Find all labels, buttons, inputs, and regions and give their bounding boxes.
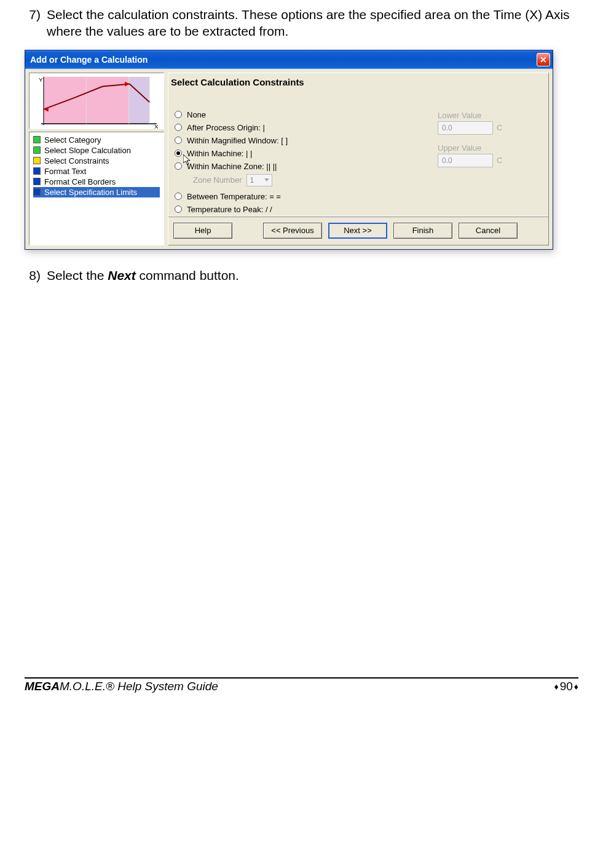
step-item-format-text[interactable]: Format Text bbox=[33, 166, 160, 177]
step-item-slope[interactable]: Select Slope Calculation bbox=[33, 145, 160, 156]
step-8-post: command button. bbox=[136, 268, 239, 282]
radio-icon bbox=[175, 137, 182, 144]
radio-between-temp[interactable]: Between Temperature: = = bbox=[175, 190, 419, 203]
footer-divider bbox=[25, 677, 578, 679]
step-7: 7) Select the calculation constraints. T… bbox=[25, 6, 578, 40]
svg-rect-2 bbox=[129, 76, 149, 123]
diamond-icon: ♦ bbox=[554, 682, 559, 691]
radio-label: Between Temperature: = = bbox=[187, 192, 281, 201]
panel-heading: Select Calculation Constraints bbox=[168, 73, 548, 105]
input-value: 0.0 bbox=[442, 124, 452, 132]
radio-temp-peak[interactable]: Temperature to Peak: / / bbox=[175, 203, 419, 216]
radio-after-origin[interactable]: After Process Origin: | bbox=[175, 121, 419, 134]
step-7-number: 7) bbox=[25, 6, 47, 40]
svg-text:Y: Y bbox=[39, 76, 43, 82]
next-button[interactable]: Next >> bbox=[328, 223, 387, 239]
constraint-radio-group: None After Process Origin: | Within Magn… bbox=[175, 108, 419, 216]
step-label: Format Text bbox=[44, 167, 86, 176]
step-8-bold: Next bbox=[108, 268, 136, 282]
step-8-text: Select the Next command button. bbox=[47, 267, 578, 284]
step-label: Format Cell Borders bbox=[44, 177, 116, 186]
brand-rest: M.O.L.E.® Help System Guide bbox=[60, 680, 218, 693]
help-button[interactable]: Help bbox=[173, 223, 232, 239]
radio-label: Within Magnified Window: [ ] bbox=[187, 136, 288, 145]
footer-page: ♦90♦ bbox=[554, 680, 578, 693]
radio-label: Within Machine: | | bbox=[187, 149, 252, 158]
window-title: Add or Change a Calculation bbox=[30, 55, 148, 65]
step-7-text: Select the calculation constraints. Thes… bbox=[47, 6, 578, 40]
zone-number-select[interactable]: 1 bbox=[246, 174, 272, 186]
close-icon: ✕ bbox=[540, 55, 547, 65]
dialog-window: Add or Change a Calculation ✕ bbox=[25, 50, 553, 250]
lower-value-input[interactable]: 0.0 bbox=[438, 121, 493, 135]
title-bar: Add or Change a Calculation ✕ bbox=[25, 50, 553, 69]
status-icon bbox=[33, 136, 41, 143]
radio-magnified[interactable]: Within Magnified Window: [ ] bbox=[175, 134, 419, 147]
diamond-icon: ♦ bbox=[574, 682, 578, 691]
radio-within-machine[interactable]: Within Machine: | | bbox=[175, 147, 419, 160]
chevron-down-icon bbox=[264, 178, 269, 181]
upper-value-input[interactable]: 0.0 bbox=[438, 154, 493, 167]
upper-unit: C bbox=[497, 156, 502, 165]
zone-value: 1 bbox=[250, 176, 254, 185]
radio-icon bbox=[175, 111, 182, 118]
value-inputs: Lower Value 0.0 C Upper Value 0.0 C bbox=[438, 108, 542, 216]
radio-none[interactable]: None bbox=[175, 108, 419, 121]
radio-icon bbox=[175, 193, 182, 200]
dialog-screenshot: Add or Change a Calculation ✕ bbox=[25, 50, 578, 250]
radio-icon bbox=[175, 124, 182, 131]
radio-icon bbox=[175, 149, 182, 157]
step-label: Select Constraints bbox=[44, 156, 109, 165]
status-icon bbox=[33, 188, 41, 196]
finish-button[interactable]: Finish bbox=[393, 223, 452, 239]
status-icon bbox=[33, 167, 41, 175]
page-number: 90 bbox=[560, 680, 573, 693]
status-icon bbox=[33, 178, 41, 185]
lower-value-label: Lower Value bbox=[438, 111, 542, 120]
input-value: 0.0 bbox=[442, 156, 452, 165]
wizard-steps-list: Select Category Select Slope Calculation… bbox=[29, 132, 164, 245]
radio-label: Within Machine Zone: || || bbox=[187, 162, 277, 171]
close-button[interactable]: ✕ bbox=[537, 53, 550, 66]
step-8-number: 8) bbox=[25, 267, 47, 284]
step-label: Select Category bbox=[44, 135, 101, 145]
radio-icon bbox=[175, 162, 182, 170]
step-label: Select Specification Limits bbox=[44, 188, 137, 197]
step-label: Select Slope Calculation bbox=[44, 146, 131, 155]
step-8-pre: Select the bbox=[47, 268, 108, 282]
zone-number-row: Zone Number 1 bbox=[175, 174, 419, 186]
zone-label: Zone Number bbox=[193, 175, 242, 185]
step-item-category[interactable]: Select Category bbox=[33, 135, 160, 145]
step-8: 8) Select the Next command button. bbox=[25, 267, 578, 284]
button-row: Help << Previous Next >> Finish Cancel bbox=[168, 216, 548, 245]
brand-bold: MEGA bbox=[25, 680, 60, 693]
upper-value-label: Upper Value bbox=[438, 143, 542, 153]
chart-preview: Y X bbox=[29, 73, 164, 129]
radio-machine-zone[interactable]: Within Machine Zone: || || bbox=[175, 160, 419, 173]
status-icon bbox=[33, 146, 41, 154]
radio-label: Temperature to Peak: / / bbox=[187, 205, 272, 214]
status-icon bbox=[33, 157, 41, 164]
radio-label: None bbox=[187, 110, 206, 119]
step-item-format-borders[interactable]: Format Cell Borders bbox=[33, 177, 160, 187]
step-item-constraints[interactable]: Select Constraints bbox=[33, 156, 160, 166]
radio-label: After Process Origin: | bbox=[187, 123, 265, 132]
footer-brand: MEGAM.O.L.E.® Help System Guide bbox=[25, 680, 218, 693]
previous-button[interactable]: << Previous bbox=[263, 223, 322, 239]
lower-unit: C bbox=[497, 123, 502, 132]
cancel-button[interactable]: Cancel bbox=[459, 223, 518, 239]
step-item-spec-limits[interactable]: Select Specification Limits bbox=[33, 187, 160, 197]
page-footer: MEGAM.O.L.E.® Help System Guide ♦90♦ bbox=[0, 680, 603, 702]
radio-icon bbox=[175, 205, 182, 213]
svg-text:X: X bbox=[154, 123, 159, 129]
